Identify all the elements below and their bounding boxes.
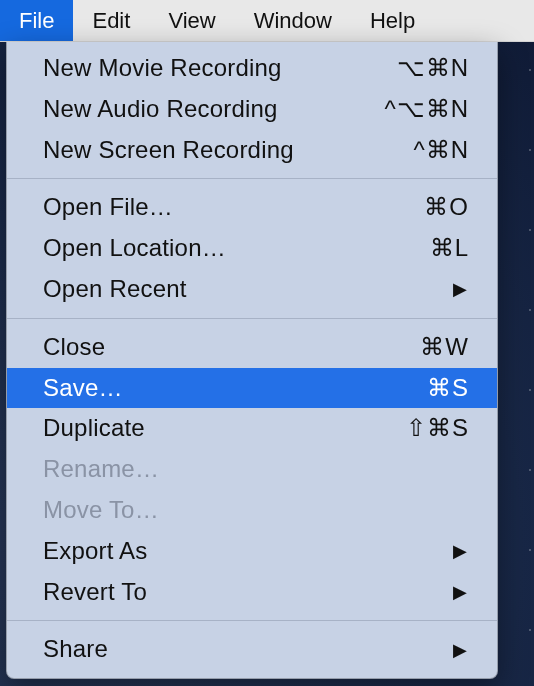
- menu-label: Share: [43, 632, 108, 667]
- menu-item-open-recent[interactable]: Open Recent▶: [7, 269, 497, 310]
- menu-label: Close: [43, 330, 105, 365]
- menu-item-close[interactable]: Close⌘W: [7, 327, 497, 368]
- menubar-item-edit[interactable]: Edit: [73, 0, 149, 41]
- menubar-label: Help: [370, 8, 415, 34]
- menubar-label: Window: [254, 8, 332, 34]
- menu-label: New Movie Recording: [43, 51, 282, 86]
- menu-item-open-location[interactable]: Open Location…⌘L: [7, 228, 497, 269]
- menubar-label: View: [168, 8, 215, 34]
- menu-label: Move To…: [43, 493, 159, 528]
- menu-item-new-movie-recording[interactable]: New Movie Recording⌥⌘N: [7, 48, 497, 89]
- menu-shortcut: ^⌥⌘N: [384, 92, 469, 127]
- menu-shortcut: ⇧⌘S: [406, 411, 469, 446]
- menu-separator: [7, 318, 497, 319]
- menu-label: New Screen Recording: [43, 133, 294, 168]
- menu-shortcut: ⌘O: [424, 190, 469, 225]
- menubar-label: File: [19, 8, 54, 34]
- menu-shortcut: ⌘W: [420, 330, 469, 365]
- menu-label: Export As: [43, 534, 148, 569]
- menu-shortcut: ⌥⌘N: [397, 51, 469, 86]
- menu-separator: [7, 178, 497, 179]
- menu-shortcut: ^⌘N: [413, 133, 469, 168]
- menubar-label: Edit: [92, 8, 130, 34]
- menu-label: Save…: [43, 371, 123, 406]
- menu-label: Open Recent: [43, 272, 187, 307]
- menu-label: New Audio Recording: [43, 92, 278, 127]
- menu-item-open-file[interactable]: Open File…⌘O: [7, 187, 497, 228]
- menu-item-rename: Rename…: [7, 449, 497, 490]
- menubar-item-file[interactable]: File: [0, 0, 73, 41]
- menu-label: Open File…: [43, 190, 173, 225]
- menu-label: Open Location…: [43, 231, 226, 266]
- menubar-item-view[interactable]: View: [149, 0, 234, 41]
- menu-item-new-screen-recording[interactable]: New Screen Recording^⌘N: [7, 130, 497, 171]
- menu-separator: [7, 620, 497, 621]
- menu-item-save[interactable]: Save…⌘S: [7, 368, 497, 409]
- menubar-item-window[interactable]: Window: [235, 0, 351, 41]
- menu-item-new-audio-recording[interactable]: New Audio Recording^⌥⌘N: [7, 89, 497, 130]
- menu-shortcut: ⌘L: [430, 231, 469, 266]
- submenu-arrow-icon: ▶: [453, 538, 469, 564]
- menu-label: Revert To: [43, 575, 147, 610]
- submenu-arrow-icon: ▶: [453, 579, 469, 605]
- menu-item-move-to: Move To…: [7, 490, 497, 531]
- menubar: File Edit View Window Help: [0, 0, 534, 42]
- menu-label: Duplicate: [43, 411, 145, 446]
- menu-item-export-as[interactable]: Export As▶: [7, 531, 497, 572]
- submenu-arrow-icon: ▶: [453, 276, 469, 302]
- submenu-arrow-icon: ▶: [453, 637, 469, 663]
- menu-item-revert-to[interactable]: Revert To▶: [7, 572, 497, 613]
- menu-shortcut: ⌘S: [427, 371, 469, 406]
- menu-label: Rename…: [43, 452, 159, 487]
- file-menu-dropdown: New Movie Recording⌥⌘NNew Audio Recordin…: [6, 42, 498, 679]
- menubar-item-help[interactable]: Help: [351, 0, 434, 41]
- menu-item-duplicate[interactable]: Duplicate⇧⌘S: [7, 408, 497, 449]
- menu-item-share[interactable]: Share▶: [7, 629, 497, 670]
